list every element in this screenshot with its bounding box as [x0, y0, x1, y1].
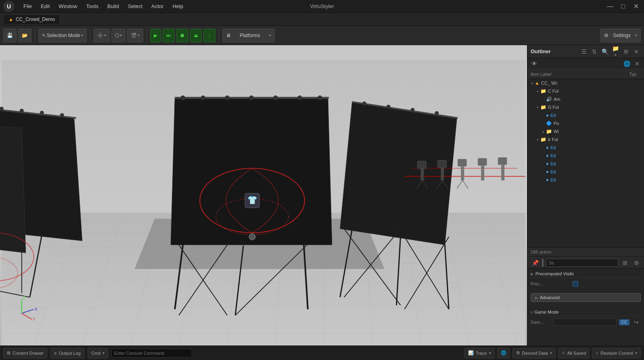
col-label-header: Item Label: [531, 72, 625, 77]
bp-chevron: ▾: [120, 33, 122, 37]
menu-help[interactable]: Help: [168, 2, 187, 11]
cmd-label: Cmd: [91, 351, 100, 356]
skip-button[interactable]: ⏭: [163, 29, 175, 42]
tree-item-wi[interactable]: ▸ 📁 Wi: [527, 127, 644, 135]
outliner-settings-button[interactable]: ⚙: [621, 47, 630, 56]
main-layout: ≡ ⊡ Perspective ◑ Lit Show ▲ ↖ ✛ ↻ ⤡: [0, 45, 644, 345]
details-pin-button[interactable]: 📌: [531, 258, 539, 267]
tree-item-cc-wc[interactable]: ▾ ▲ CC_ Wc: [527, 79, 644, 87]
world-settings-button[interactable]: 🌐: [497, 348, 510, 358]
outliner-add-folder-button[interactable]: 📁+: [611, 47, 620, 56]
tree-item-ed2[interactable]: ▸ ● Ed: [527, 144, 644, 152]
tree-icon-ed4: ●: [546, 161, 549, 166]
platforms-button[interactable]: 🖥 Platforms ▾: [222, 29, 275, 42]
details-table-button[interactable]: ⊞: [621, 258, 629, 267]
eject-button[interactable]: ⏏: [190, 29, 202, 42]
selection-mode-button[interactable]: ↖ Selection Mode ▾: [38, 29, 87, 42]
tree-item-ed6[interactable]: ▸ ● Ed: [527, 176, 644, 184]
minimize-button[interactable]: —: [605, 3, 615, 10]
tree-item-ed4[interactable]: ▸ ● Ed: [527, 160, 644, 168]
outliner-close-small-button[interactable]: ✕: [633, 59, 642, 68]
tree-arrow-cc-wc[interactable]: ▾: [529, 81, 535, 85]
bp-button[interactable]: ⬡ ▾: [111, 29, 125, 42]
advanced-button[interactable]: ▶ Advanced: [531, 293, 641, 302]
svg-line-81: [442, 181, 448, 189]
svg-text:👕: 👕: [247, 195, 257, 205]
tree-arrow-ir-fol[interactable]: ▾: [535, 137, 540, 142]
details-search-input[interactable]: [546, 259, 618, 267]
outliner-search-button[interactable]: 🔍: [600, 47, 609, 56]
gam-value[interactable]: [553, 318, 617, 326]
svg-line-82: [457, 181, 462, 189]
outliner-tree[interactable]: ▾ ▲ CC_ Wc ▾ 📁 C Fol ▸ 🔊 Am ▾ 📁 G Fol: [527, 79, 644, 247]
menu-edit[interactable]: Edit: [37, 2, 54, 11]
tree-item-po[interactable]: ▸ 🔷 Po: [527, 119, 644, 127]
world-icon-button[interactable]: 🌐: [622, 59, 631, 68]
tree-item-c-fol[interactable]: ▾ 📁 C Fol: [527, 87, 644, 95]
tree-item-am[interactable]: ▸ 🔊 Am: [527, 95, 644, 103]
play-icon: ▶: [154, 33, 157, 38]
cmd-chevron: ▾: [102, 351, 105, 355]
svg-line-44: [179, 245, 227, 315]
menu-tools[interactable]: Tools: [82, 2, 102, 11]
game-mode-arrow: ▾: [531, 310, 533, 314]
revision-chevron: ▾: [635, 351, 637, 355]
precomputed-section-header[interactable]: ▶ Precomputed Visibi: [531, 270, 641, 278]
gam-arrow-button[interactable]: ↪: [632, 318, 641, 327]
outliner-sort-button[interactable]: ⇅: [590, 47, 599, 56]
revision-control-button[interactable]: ⑂ Revision Control ▾: [592, 348, 641, 358]
details-settings-button[interactable]: ⚙: [632, 258, 641, 267]
tree-label-cc-wc: CC_ Wc: [541, 81, 642, 85]
tree-arrow-g-fol[interactable]: ▾: [535, 105, 540, 110]
add-button[interactable]: ➕ ▾: [94, 29, 110, 42]
cinematics-button[interactable]: 🎬 ▾: [127, 29, 143, 42]
menu-select[interactable]: Select: [124, 2, 146, 11]
tree-item-ir-fol[interactable]: ▾ 📁 Ir Fol: [527, 135, 644, 144]
trace-button[interactable]: 📊 Trace ▾: [464, 348, 495, 358]
svg-point-65: [249, 233, 255, 240]
menu-build[interactable]: Build: [103, 2, 123, 11]
stop-button[interactable]: ⏹: [176, 29, 188, 42]
menu-window[interactable]: Window: [54, 2, 81, 11]
menu-actor[interactable]: Actor: [147, 2, 167, 11]
project-tab[interactable]: ▲ CC_Crowd_Demo: [3, 15, 60, 24]
derived-data-button[interactable]: ⚙ Derived Data ▾: [512, 348, 556, 358]
tree-icon-wi: 📁: [546, 129, 552, 134]
prec-checkbox[interactable]: [573, 281, 578, 287]
tree-item-ed3[interactable]: ▸ ● Ed: [527, 152, 644, 160]
tree-item-g-fol[interactable]: ▾ 📁 G Fol: [527, 103, 644, 111]
settings-button[interactable]: ⚙ Settings ▾: [600, 29, 641, 42]
save-button[interactable]: 💾: [3, 29, 17, 42]
viewport[interactable]: ≡ ⊡ Perspective ◑ Lit Show ▲ ↖ ✛ ↻ ⤡: [0, 45, 527, 345]
platforms-label: Platforms: [240, 33, 260, 38]
tree-arrow-wi[interactable]: ▸: [540, 129, 546, 134]
close-button[interactable]: ✕: [631, 3, 641, 10]
svg-line-27: [0, 108, 76, 118]
all-saved-button[interactable]: ✓ All Saved: [558, 348, 590, 358]
cmd-dropdown-button[interactable]: Cmd ▾: [88, 348, 108, 358]
visibility-toggle-button[interactable]: 👁: [530, 59, 539, 68]
outliner-filter-button[interactable]: ☰: [579, 47, 588, 56]
title-bar: U File Edit Window Tools Build Select Ac…: [0, 0, 644, 13]
tree-icon-po: 🔷: [546, 121, 552, 126]
svg-point-61: [200, 169, 305, 233]
tree-item-ed1[interactable]: ▸ ● Ed: [527, 111, 644, 119]
maximize-button[interactable]: □: [618, 3, 628, 10]
outliner-close-button[interactable]: ✕: [632, 47, 641, 56]
output-log-button[interactable]: ≡ Output Log: [50, 348, 84, 358]
console-command-input[interactable]: [111, 349, 192, 358]
tree-arrow-c-fol[interactable]: ▾: [535, 89, 540, 94]
cinematics-chevron: ▾: [138, 33, 140, 37]
game-mode-row: Gam... CC ↪: [531, 318, 641, 327]
more-play-button[interactable]: ⋮: [203, 29, 215, 42]
svg-line-56: [344, 229, 401, 305]
play-button[interactable]: ▶: [150, 29, 161, 42]
game-mode-section-header[interactable]: ▾ Game Mode: [531, 308, 641, 316]
tree-item-ed5[interactable]: ▸ ● Ed: [527, 168, 644, 176]
details-body: ▶ Precomputed Visibi Prec... ▶ Advanced: [527, 268, 644, 345]
content-drawer-button[interactable]: ⊞ Content Drawer: [3, 348, 47, 358]
menu-file[interactable]: File: [19, 2, 36, 11]
details-panel: 📌 ⊞ ⚙ ▶ Precomputed Visibi Prec...: [527, 257, 644, 345]
content-browser-button[interactable]: 📂: [18, 29, 31, 42]
svg-marker-21: [134, 218, 384, 269]
